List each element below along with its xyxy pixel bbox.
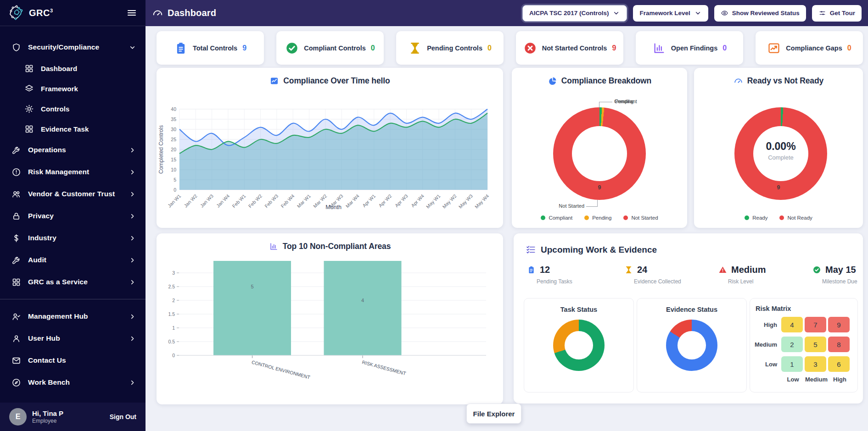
risk-cell[interactable]: 5 xyxy=(805,337,826,352)
sidebar-item-risk-management[interactable]: Risk Management xyxy=(0,161,146,183)
risk-col-label: High xyxy=(828,376,851,383)
svg-text:May W3: May W3 xyxy=(457,193,474,210)
svg-text:35: 35 xyxy=(171,116,176,122)
sidebar-item-management-hub[interactable]: Management Hub xyxy=(0,305,146,327)
dollar-icon xyxy=(11,233,21,243)
upcoming-stat-value-row: 24 xyxy=(624,265,681,275)
sidebar-item-dashboard[interactable]: Dashboard xyxy=(0,58,146,78)
page-title: Dashboard xyxy=(168,8,216,18)
risk-cell[interactable]: 8 xyxy=(828,337,850,352)
ready-legend: ReadyNot Ready xyxy=(694,215,863,221)
stat-card-compliant-controls[interactable]: Compliant Controls0 xyxy=(276,31,384,65)
hourglass-icon xyxy=(624,265,633,274)
button-get-tour[interactable]: Get Tour xyxy=(812,5,862,22)
legend-label: Compliant xyxy=(549,215,572,221)
hamburger-menu-icon[interactable] xyxy=(126,7,137,18)
upcoming-stat-milestone-due: May 15Milestone Due xyxy=(812,265,857,285)
sidebar-item-audit[interactable]: Audit xyxy=(0,249,146,271)
check-circle-icon xyxy=(812,265,821,274)
compliance-over-time-chart[interactable]: 0510152025303540Jan W1Jan W2Jan W3Jan W4… xyxy=(157,94,503,229)
sidebar-item-framework[interactable]: Framework xyxy=(0,78,146,99)
upcoming-stat-value: Medium xyxy=(731,265,766,275)
evidence-status-donut[interactable] xyxy=(666,320,717,371)
sidebar-item-label: Management Hub xyxy=(28,312,88,320)
header-controls: AICPA TSC 2017 (Controls)Framework Level… xyxy=(522,5,862,22)
risk-matrix-grid: High479Medium258Low136LowMediumHigh xyxy=(755,317,853,383)
people-icon xyxy=(11,189,21,199)
stat-card-total-controls[interactable]: Total Controls9 xyxy=(157,31,264,65)
svg-text:Feb W3: Feb W3 xyxy=(263,193,280,209)
upcoming-stat-label: Milestone Due xyxy=(822,278,857,285)
sidebar-user-footer: E Hi, Tina P Employee Sign Out xyxy=(0,403,146,431)
risk-cell[interactable]: 6 xyxy=(828,356,850,372)
file-explorer-button[interactable]: File Explorer xyxy=(466,403,521,424)
legend-item-ready[interactable]: Ready xyxy=(745,215,767,221)
sidebar-item-evidence-task[interactable]: Evidence Task xyxy=(0,119,146,139)
svg-text:4: 4 xyxy=(361,298,364,303)
sidebar-item-contact-us[interactable]: Contact Us xyxy=(0,349,146,371)
svg-text:May W2: May W2 xyxy=(441,193,458,210)
legend-item-not-ready[interactable]: Not Ready xyxy=(779,215,812,221)
stat-label: Pending Controls xyxy=(427,44,482,52)
risk-cell[interactable]: 2 xyxy=(781,337,803,352)
bars-icon xyxy=(652,41,666,55)
upcoming-stat-risk-level: MediumRisk Level xyxy=(718,265,766,285)
svg-text:May W4: May W4 xyxy=(474,193,490,210)
task-status-label: Task Status xyxy=(524,306,633,313)
upcoming-stat-label: Pending Tasks xyxy=(537,278,572,285)
legend-item-pending[interactable]: Pending xyxy=(584,215,611,221)
risk-cell[interactable]: 1 xyxy=(781,356,803,372)
svg-text:Apr W4: Apr W4 xyxy=(410,193,425,208)
legend-item-not-started[interactable]: Not Started xyxy=(623,215,658,221)
svg-text:Feb W2: Feb W2 xyxy=(247,193,263,209)
stat-card-pending-controls[interactable]: Pending Controls0 xyxy=(396,31,504,65)
svg-text:Month: Month xyxy=(325,204,342,210)
person-icon xyxy=(11,334,21,343)
svg-text:Mar W4: Mar W4 xyxy=(344,193,360,209)
select-ring-aicpa-tsc-2017-controls-[interactable]: AICPA TSC 2017 (Controls) xyxy=(522,5,627,22)
sign-out-button[interactable]: Sign Out xyxy=(110,413,136,420)
risk-cell[interactable]: 4 xyxy=(781,317,803,332)
sidebar-item-label: Contact Us xyxy=(28,356,66,365)
sidebar-item-grc-as-a-service[interactable]: GRC as a Service xyxy=(0,271,146,293)
sidebar-item-work-bench[interactable]: Work Bench xyxy=(0,371,146,393)
legend-dot xyxy=(623,216,628,220)
select-framework-level[interactable]: Framework Level xyxy=(633,5,708,22)
stat-card-compliance-gaps[interactable]: Compliance Gaps0 xyxy=(756,31,863,65)
warning-icon xyxy=(718,265,727,274)
svg-text:Feb W4: Feb W4 xyxy=(280,193,296,209)
sidebar-item-privacy[interactable]: Privacy xyxy=(0,205,146,227)
chevron-right-icon xyxy=(129,234,136,242)
button-show-reviewed-status[interactable]: Show Reviewed Status xyxy=(714,5,806,22)
grid-icon xyxy=(24,64,34,73)
grid-icon xyxy=(24,124,34,134)
sidebar-item-label: Evidence Task xyxy=(41,125,89,133)
stat-card-not-started-controls[interactable]: Not Started Controls9 xyxy=(516,31,623,65)
sidebar-item-operations[interactable]: Operations xyxy=(0,139,146,161)
sidebar-item-controls[interactable]: Controls xyxy=(0,99,146,119)
avatar: E xyxy=(9,408,27,425)
top-non-compliant-chart[interactable]: 00.511.522.533.544.5554CONTROL ENVIRONME… xyxy=(157,261,503,403)
sidebar-item-industry[interactable]: Industry xyxy=(0,227,146,249)
task-status-donut[interactable] xyxy=(553,320,605,371)
legend-label: Ready xyxy=(752,215,767,221)
risk-matrix-row: High479 xyxy=(755,317,853,332)
risk-cell[interactable]: 3 xyxy=(805,356,826,372)
sidebar-item-vendor-customer-trust[interactable]: Vendor & Customer Trust xyxy=(0,183,146,205)
sidebar-item-security-compliance[interactable]: Security/Compliance xyxy=(0,36,146,58)
sidebar-item-label: Controls xyxy=(41,105,69,113)
risk-cell[interactable]: 9 xyxy=(828,317,850,332)
risk-cell[interactable]: 7 xyxy=(805,317,826,332)
check-circle-icon xyxy=(285,41,299,55)
risk-matrix-row: Low136 xyxy=(755,356,853,372)
sidebar-menu: Security/ComplianceDashboardFrameworkCon… xyxy=(0,26,146,393)
legend-item-compliant[interactable]: Compliant xyxy=(541,215,572,221)
grid-icon xyxy=(11,277,21,287)
upcoming-stat-value-row: May 15 xyxy=(812,265,857,275)
svg-text:2: 2 xyxy=(172,298,175,303)
sidebar-item-label: Vendor & Customer Trust xyxy=(28,190,115,198)
percent-complete-label: Complete xyxy=(768,154,794,161)
svg-text:25: 25 xyxy=(171,137,176,142)
sidebar-item-user-hub[interactable]: User Hub xyxy=(0,327,146,349)
stat-card-open-findings[interactable]: Open Findings0 xyxy=(636,31,743,65)
